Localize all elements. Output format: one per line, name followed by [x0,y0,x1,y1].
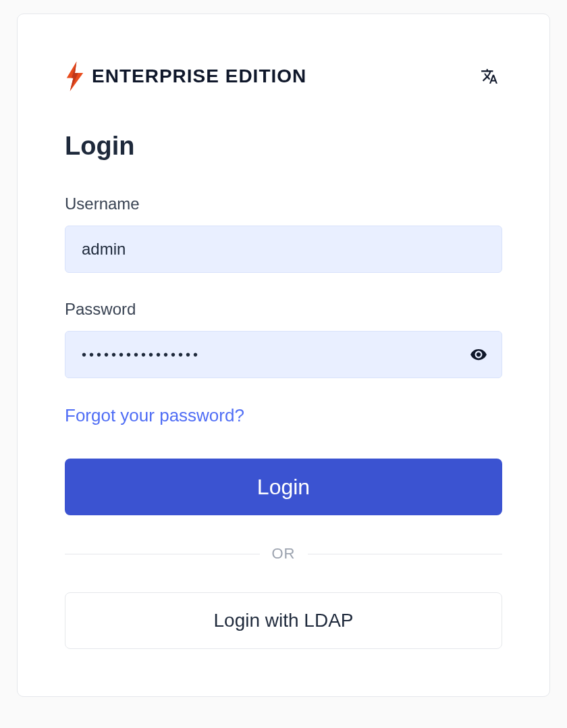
divider: OR [65,545,502,563]
eye-icon [470,346,487,363]
username-label: Username [65,194,502,213]
page-title: Login [65,132,502,161]
username-input-wrap [65,226,502,273]
header-row: ENTERPRISE EDITION [65,61,502,91]
login-with-ldap-button[interactable]: Login with LDAP [65,592,502,649]
translate-icon [481,68,498,85]
password-input[interactable] [65,331,502,378]
login-button[interactable]: Login [65,459,502,515]
password-label: Password [65,300,502,319]
brand-logo: ENTERPRISE EDITION [65,61,306,91]
language-button[interactable] [477,63,502,89]
brand-name: ENTERPRISE EDITION [92,66,306,87]
forgot-password-link[interactable]: Forgot your password? [65,405,244,426]
divider-line-left [65,554,260,554]
divider-text: OR [272,545,296,563]
toggle-password-visibility-button[interactable] [466,342,491,367]
password-field: Password [65,300,502,378]
bolt-icon [65,61,85,91]
login-card: ENTERPRISE EDITION Login Username Passwo… [17,14,550,697]
divider-line-right [308,554,503,554]
username-input[interactable] [65,226,502,273]
password-input-wrap [65,331,502,378]
username-field: Username [65,194,502,273]
